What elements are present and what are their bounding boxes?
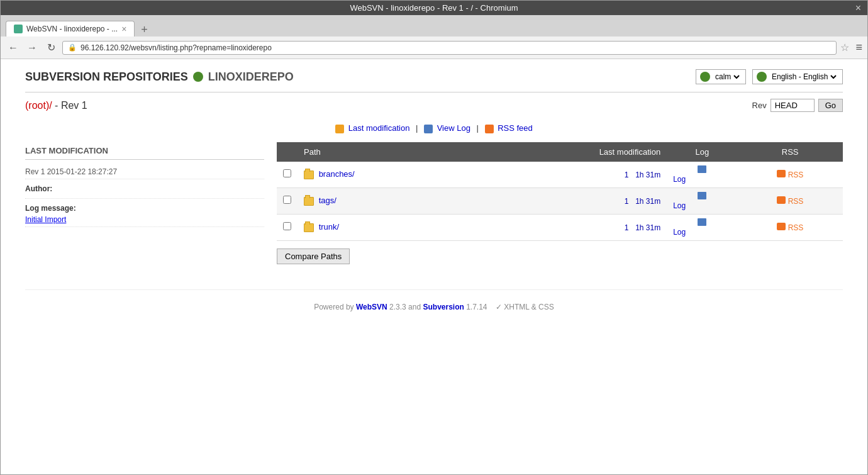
time-link[interactable]: 1h 31m <box>635 170 660 179</box>
log-icon <box>424 125 433 133</box>
row-modification: 1 1h 31m <box>468 162 667 188</box>
separator-1: | <box>416 123 418 133</box>
bookmark-button[interactable]: ☆ <box>840 42 849 53</box>
browser-title: WebSVN - linoxiderepo - Rev 1 - / - Chro… <box>350 3 518 13</box>
rev-link[interactable]: 1 <box>625 197 629 206</box>
th-last-modification: Last modification <box>468 142 667 162</box>
reload-button[interactable]: ↻ <box>43 40 58 55</box>
footer-sv-version: 1.7.14 <box>466 303 487 311</box>
window-close-button[interactable]: × <box>855 3 861 14</box>
language-select[interactable]: English - English <box>769 72 838 82</box>
row-checkbox[interactable] <box>283 222 291 230</box>
row-rss: RSS <box>737 187 843 214</box>
tab-favicon <box>14 25 23 33</box>
log-link[interactable]: Log <box>673 228 731 237</box>
footer-version: 2.3.3 <box>389 303 406 311</box>
row-modification: 1 1h 31m <box>468 214 667 240</box>
main-area: Path Last modification Log RSS branches/… <box>277 142 843 264</box>
folder-icon <box>304 197 314 206</box>
rss-icon <box>485 125 494 133</box>
log-link[interactable]: Log <box>673 175 731 184</box>
row-checkbox[interactable] <box>283 169 291 177</box>
sidebar-rev-info: Rev 1 2015-01-22 18:27:27 <box>25 165 264 179</box>
rss-icon-sm <box>777 196 786 204</box>
time-link[interactable]: 1h 31m <box>635 223 660 232</box>
site-title-text: SUBVERSION REPOSITORIES <box>25 70 188 84</box>
sidebar-log-value: Initial Import <box>25 213 264 227</box>
sidebar: LAST MODIFICATION Rev 1 2015-01-22 18:27… <box>25 142 264 264</box>
rev-link[interactable]: 1 <box>625 170 629 179</box>
security-icon: 🔒 <box>68 43 77 52</box>
page-footer: Powered by WebSVN 2.3.3 and Subversion 1… <box>25 289 843 324</box>
pencil-icon <box>335 125 344 133</box>
th-checkbox <box>277 142 298 162</box>
separator-2: | <box>477 123 479 133</box>
subversion-link[interactable]: Subversion <box>423 303 464 311</box>
url-display: 96.126.120.92/websvn/listing.php?repname… <box>81 43 831 52</box>
rss-link[interactable]: RSS <box>788 170 804 179</box>
path-rest: - Rev 1 <box>52 100 87 111</box>
row-rss: RSS <box>737 214 843 240</box>
compare-paths-button[interactable]: Compare Paths <box>277 249 350 264</box>
rss-link[interactable]: RSS <box>788 223 804 232</box>
th-rss: RSS <box>737 142 843 162</box>
actions-bar: Last modification | View Log | RSS feed <box>25 118 843 142</box>
tab-label: WebSVN - linoxiderepo - ... <box>26 25 118 33</box>
rss-feed-link[interactable]: RSS feed <box>498 123 533 133</box>
tab-close-button[interactable]: × <box>121 24 126 34</box>
table-header-row: Path Last modification Log RSS <box>277 142 843 162</box>
log-link[interactable]: Log <box>673 201 731 210</box>
row-checkbox-cell[interactable] <box>277 162 298 188</box>
last-modification-link[interactable]: Last modification <box>348 123 410 133</box>
path-link[interactable]: branches/ <box>319 169 355 179</box>
address-bar[interactable]: 🔒 96.126.120.92/websvn/listing.php?repna… <box>62 41 837 55</box>
forward-button[interactable]: → <box>25 40 40 55</box>
log-icon-sm <box>698 218 706 226</box>
go-button[interactable]: Go <box>818 99 843 112</box>
log-icon-sm <box>698 192 706 199</box>
row-checkbox[interactable] <box>283 196 291 204</box>
rss-link[interactable]: RSS <box>788 197 804 206</box>
theme-select[interactable]: calm <box>713 72 742 82</box>
language-selector[interactable]: English - English <box>752 69 843 84</box>
rev-link[interactable]: 1 <box>625 223 629 232</box>
row-checkbox-cell[interactable] <box>277 214 298 240</box>
new-tab-button[interactable]: + <box>137 23 152 36</box>
language-icon <box>757 72 767 82</box>
folder-icon <box>304 170 314 179</box>
footer-and: and <box>408 303 421 311</box>
sidebar-log-label: Log message: <box>25 204 264 213</box>
root-link[interactable]: (root)/ <box>25 100 52 111</box>
menu-button[interactable]: ≡ <box>855 41 862 54</box>
page-content: SUBVERSION REPOSITORIES LINOXIDEREPO cal… <box>1 59 867 474</box>
row-log: Log <box>667 162 737 188</box>
rev-label: Rev <box>752 101 767 110</box>
footer-check: ✓ XHTML & CSS <box>496 303 554 311</box>
row-path: trunk/ <box>298 214 468 240</box>
row-log: Log <box>667 187 737 214</box>
nav-bar: ← → ↻ 🔒 96.126.120.92/websvn/listing.php… <box>1 36 867 59</box>
header-controls: calm English - English <box>696 69 843 84</box>
path-link[interactable]: tags/ <box>319 196 337 205</box>
path-link[interactable]: trunk/ <box>319 222 340 232</box>
initial-import-link[interactable]: Initial Import <box>25 215 66 224</box>
row-checkbox-cell[interactable] <box>277 187 298 214</box>
back-button[interactable]: ← <box>6 40 21 55</box>
sidebar-title: LAST MODIFICATION <box>25 142 264 160</box>
rss-icon-sm <box>777 170 786 177</box>
site-title: SUBVERSION REPOSITORIES LINOXIDEREPO <box>25 70 294 84</box>
theme-selector[interactable]: calm <box>696 69 746 84</box>
sidebar-author-value <box>25 193 264 199</box>
title-bar: WebSVN - linoxiderepo - Rev 1 - / - Chro… <box>1 1 867 15</box>
time-link[interactable]: 1h 31m <box>635 197 660 206</box>
footer-powered-by: Powered by <box>314 303 353 311</box>
browser-tab[interactable]: WebSVN - linoxiderepo - ... × <box>6 21 135 36</box>
rev-input[interactable] <box>771 99 815 112</box>
main-layout: LAST MODIFICATION Rev 1 2015-01-22 18:27… <box>25 142 843 264</box>
view-log-link[interactable]: View Log <box>437 123 470 133</box>
row-path: tags/ <box>298 187 468 214</box>
theme-icon <box>700 72 710 82</box>
tab-bar: WebSVN - linoxiderepo - ... × + <box>1 15 867 36</box>
websvn-link[interactable]: WebSVN <box>356 303 387 311</box>
rev-section: Rev Go <box>752 99 843 112</box>
